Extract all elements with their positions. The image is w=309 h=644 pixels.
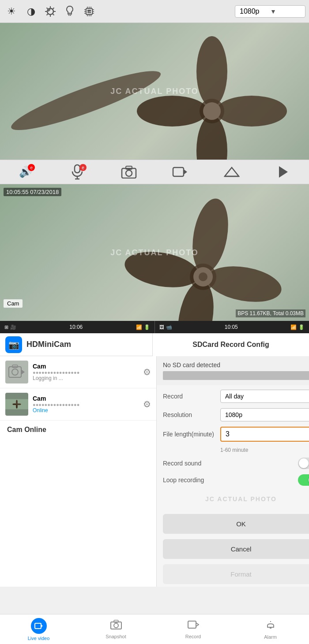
svg-line-2 <box>69 15 69 16</box>
time-left: 10:06 <box>69 324 83 330</box>
svg-marker-37 <box>279 166 288 178</box>
snapshot-button[interactable] <box>118 162 140 182</box>
camera-info-1: Cam ●●●●●●●●●●●●●●●● Logging in ... <box>33 363 139 381</box>
camera2-label: Cam <box>4 299 23 308</box>
app-header: 📷 HDMiniCam ⊞ 🔍 ⊕ SDCard Record Config <box>0 333 309 356</box>
backlight-icon[interactable] <box>42 4 58 19</box>
cancel-button[interactable]: Cancel <box>163 539 309 559</box>
status-icons-right-left: 🖼 📹 <box>159 324 172 330</box>
battery-icon-right: 🔋 <box>298 324 305 330</box>
loop-recording-row: Loop recording <box>163 474 309 486</box>
app-title: HDMiniCam <box>26 340 71 349</box>
record-row: Record All day ▼ <box>163 390 309 403</box>
format-button[interactable]: Format <box>163 564 309 584</box>
svg-marker-57 <box>41 625 43 627</box>
snapshot-label: Snapshot <box>106 634 126 639</box>
svg-marker-35 <box>225 168 239 176</box>
camera-id-1: ●●●●●●●●●●●●●●●● <box>33 370 139 375</box>
photo-icon: 🖼 <box>159 324 164 330</box>
camera-status-1: Logging in ... <box>33 375 139 381</box>
live-video-icon <box>31 618 47 634</box>
sdcard-progress-bar <box>163 371 309 380</box>
camera-name-1: Cam <box>33 363 139 370</box>
status-bar-right: 🖼 📹 10:05 📶 🔋 <box>155 321 309 333</box>
camera-settings-2[interactable]: ⚙ <box>143 399 151 409</box>
camera-list-item-1[interactable]: Cam ●●●●●●●●●●●●●●●● Logging in ... ⚙ <box>0 356 156 388</box>
record-label: Record <box>185 634 201 639</box>
camera-feed-2: 10:05:55 07/23/2018 JC ACTUAL PHOTO Cam … <box>0 184 309 321</box>
mic-badge: e <box>79 164 87 171</box>
camera-settings-1[interactable]: ⚙ <box>143 367 151 377</box>
svg-point-53 <box>17 403 21 405</box>
record-sound-toggle[interactable] <box>298 458 309 469</box>
snapshot-nav-icon <box>110 620 122 632</box>
file-length-label: File length(minute) <box>163 431 220 438</box>
record-nav-icon <box>188 620 199 632</box>
flip-button[interactable] <box>221 162 243 182</box>
camera2-timestamp: 10:05:55 07/23/2018 <box>4 188 61 196</box>
live-video-label: Live video <box>28 636 50 641</box>
cam-online-label: Cam Online <box>0 421 156 439</box>
bulb-icon[interactable] <box>62 4 78 19</box>
sdcard-panel-title: SDCard Record Config <box>152 333 309 356</box>
camera-name-2: Cam <box>33 395 139 402</box>
svg-text:CPU: CPU <box>87 11 92 13</box>
resolution-dropdown[interactable]: 1080p ▼ <box>235 5 305 18</box>
svg-marker-34 <box>184 169 187 175</box>
time-right: 10:05 <box>225 324 238 330</box>
svg-point-54 <box>16 405 18 409</box>
mute-button[interactable]: 🔊 e <box>15 162 37 182</box>
svg-rect-60 <box>114 620 118 622</box>
camera-list-item-2[interactable]: Cam ●●●●●●●●●●●●●●●● Online ⚙ <box>0 388 156 421</box>
camera-icon-right: 📹 <box>166 324 172 330</box>
mute-badge: e <box>28 164 35 171</box>
svg-point-52 <box>16 400 18 404</box>
svg-rect-33 <box>173 168 184 176</box>
control-bar: 🔊 e e <box>0 160 309 184</box>
camera-info-2: Cam ●●●●●●●●●●●●●●●● Online <box>33 395 139 413</box>
svg-point-59 <box>114 623 118 628</box>
record-value: All day <box>225 393 244 400</box>
resolution-dropdown-config[interactable]: 1080p ▼ <box>220 408 309 421</box>
camera-status-2: Online <box>33 407 139 413</box>
record-button[interactable] <box>169 162 191 182</box>
status-icons-left-right: 📶 🔋 <box>136 324 150 330</box>
resolution-config-value: 1080p <box>225 411 242 418</box>
nav-live-video[interactable]: Live video <box>0 614 77 644</box>
svg-rect-61 <box>188 621 196 628</box>
svg-marker-49 <box>21 369 25 375</box>
loop-recording-toggle[interactable] <box>298 474 309 486</box>
play-button[interactable] <box>272 162 294 182</box>
camera-id-2: ●●●●●●●●●●●●●●●● <box>33 402 139 407</box>
svg-marker-62 <box>196 623 199 626</box>
sdcard-config-panel: No SD card detected Record All day ▼ Res… <box>157 356 309 587</box>
contrast-icon[interactable]: ◑ <box>23 4 39 19</box>
svg-rect-46 <box>9 367 21 377</box>
brightness-icon[interactable]: ☀ <box>4 4 19 19</box>
status-icons-right-right: 📶 🔋 <box>290 324 305 330</box>
record-sound-knob <box>299 458 309 468</box>
mic-button[interactable]: e <box>66 162 88 182</box>
status-bar-left: ⊞ 🎥 10:06 📶 🔋 <box>0 321 155 333</box>
nav-snapshot[interactable]: Snapshot <box>77 614 154 644</box>
dropdown-arrow-icon: ▼ <box>270 8 301 15</box>
no-card-text: No SD card detected <box>163 361 309 369</box>
camera-feed-1: JC ACTUAL PHOTO <box>0 23 309 160</box>
record-dropdown[interactable]: All day ▼ <box>220 390 309 403</box>
record-label: Record <box>163 393 220 400</box>
logo-icon: 📷 <box>8 339 19 350</box>
screen-icon: ⊞ <box>4 324 8 330</box>
ok-button[interactable]: OK <box>163 514 309 534</box>
cpu-icon[interactable]: CPU <box>81 4 97 19</box>
alarm-label: Alarm <box>264 634 277 640</box>
camera-icon-left: 🎥 <box>10 324 16 330</box>
nav-record[interactable]: Record <box>154 614 232 644</box>
nav-alarm[interactable]: Alarm <box>232 614 309 644</box>
resolution-label: Resolution <box>163 411 220 418</box>
svg-rect-56 <box>35 623 41 629</box>
svg-rect-1 <box>68 13 72 15</box>
file-length-input[interactable] <box>220 427 309 442</box>
svg-rect-27 <box>75 165 80 173</box>
resolution-row: Resolution 1080p ▼ <box>163 408 309 421</box>
wifi-icon-left: 📶 <box>136 324 142 330</box>
